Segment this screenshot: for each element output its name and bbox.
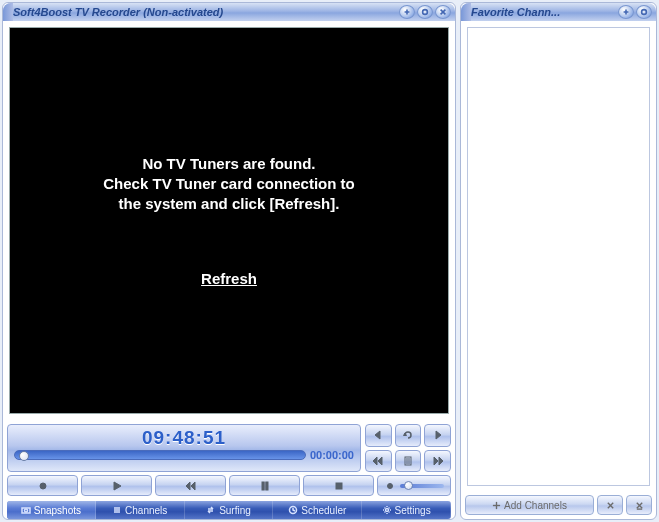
volume-knob[interactable] xyxy=(404,481,413,490)
refresh-link[interactable]: Refresh xyxy=(201,270,257,287)
x-icon xyxy=(606,501,615,510)
tab-surfing[interactable]: Surfing xyxy=(185,501,274,519)
side-footer: Add Channels xyxy=(461,492,656,519)
msg-line: Check TV Tuner card connection to xyxy=(103,174,354,194)
main-titlebar[interactable]: Soft4Boost TV Recorder (Non-activated) xyxy=(3,3,455,21)
tab-settings[interactable]: Settings xyxy=(362,501,451,519)
list-icon xyxy=(112,505,122,515)
add-channels-label: Add Channels xyxy=(504,500,567,511)
svg-point-30 xyxy=(385,509,388,512)
gear-icon xyxy=(382,505,392,515)
side-minimize-button[interactable] xyxy=(618,5,634,19)
tab-scheduler[interactable]: Scheduler xyxy=(273,501,362,519)
tab-snapshots[interactable]: Snapshots xyxy=(7,501,96,519)
add-channels-button[interactable]: Add Channels xyxy=(465,495,594,515)
nav-left-button[interactable] xyxy=(365,424,392,447)
swap-icon xyxy=(206,505,216,515)
clock-icon xyxy=(288,505,298,515)
volume-track[interactable] xyxy=(400,484,444,488)
side-close-button[interactable] xyxy=(636,5,652,19)
nav-block xyxy=(365,424,451,472)
clock-panel: 09:48:51 00:00:00 xyxy=(7,424,361,472)
svg-point-23 xyxy=(388,483,393,488)
tab-label: Settings xyxy=(395,505,431,516)
record-button[interactable] xyxy=(7,475,78,496)
nav-right-button[interactable] xyxy=(424,424,451,447)
seek-knob[interactable] xyxy=(19,451,29,461)
skip-back-button[interactable] xyxy=(365,450,392,473)
main-window: Soft4Boost TV Recorder (Non-activated) N… xyxy=(2,2,456,520)
tab-label: Scheduler xyxy=(301,505,346,516)
favorite-channels-list[interactable] xyxy=(467,27,650,486)
svg-marker-18 xyxy=(186,482,190,490)
pause-button[interactable] xyxy=(229,475,300,496)
camera-icon xyxy=(21,505,31,515)
main-title: Soft4Boost TV Recorder (Non-activated) xyxy=(13,6,397,18)
svg-rect-20 xyxy=(262,482,264,490)
svg-marker-8 xyxy=(373,457,377,465)
svg-marker-14 xyxy=(434,457,438,465)
bottom-tabbar: Snapshots Channels Surfing Scheduler Set… xyxy=(7,501,451,519)
controls-area: 09:48:51 00:00:00 xyxy=(3,420,455,519)
svg-point-2 xyxy=(423,10,428,15)
x-bar-icon xyxy=(635,501,644,510)
plus-icon xyxy=(492,501,501,510)
side-title: Favorite Chann... xyxy=(471,6,616,18)
dot-icon xyxy=(384,481,396,491)
svg-point-16 xyxy=(40,483,46,489)
rewind-button[interactable] xyxy=(155,475,226,496)
side-titlebar[interactable]: Favorite Chann... xyxy=(461,3,656,21)
scroll-hint xyxy=(439,34,447,407)
svg-point-25 xyxy=(24,509,27,512)
svg-point-33 xyxy=(642,10,647,15)
minimize-button[interactable] xyxy=(399,5,415,19)
skip-fwd-button[interactable] xyxy=(424,450,451,473)
favorite-channels-window: Favorite Chann... Add Channels xyxy=(460,2,657,520)
clear-channels-button[interactable] xyxy=(626,495,652,515)
msg-line: No TV Tuners are found. xyxy=(103,154,354,174)
svg-marker-17 xyxy=(114,482,121,490)
clock-display: 09:48:51 xyxy=(14,427,354,449)
no-tuner-message: No TV Tuners are found. Check TV Tuner c… xyxy=(103,154,354,215)
delete-channel-button[interactable] xyxy=(597,495,623,515)
volume-control[interactable] xyxy=(377,475,451,496)
tab-channels[interactable]: Channels xyxy=(96,501,185,519)
play-button[interactable] xyxy=(81,475,152,496)
svg-marker-9 xyxy=(378,457,382,465)
list-button[interactable] xyxy=(395,450,422,473)
maximize-button[interactable] xyxy=(417,5,433,19)
video-viewport: No TV Tuners are found. Check TV Tuner c… xyxy=(9,27,449,414)
tab-label: Surfing xyxy=(219,505,251,516)
svg-rect-21 xyxy=(265,482,267,490)
close-button[interactable] xyxy=(435,5,451,19)
svg-marker-15 xyxy=(439,457,443,465)
tab-label: Snapshots xyxy=(34,505,81,516)
seek-bar[interactable] xyxy=(14,450,306,460)
stop-button[interactable] xyxy=(303,475,374,496)
nav-cycle-button[interactable] xyxy=(395,424,422,447)
svg-rect-22 xyxy=(336,483,342,489)
svg-marker-5 xyxy=(375,431,380,439)
msg-line: the system and click [Refresh]. xyxy=(103,194,354,214)
tab-label: Channels xyxy=(125,505,167,516)
time-counter: 00:00:00 xyxy=(310,449,354,461)
svg-marker-7 xyxy=(436,431,441,439)
svg-marker-19 xyxy=(191,482,195,490)
